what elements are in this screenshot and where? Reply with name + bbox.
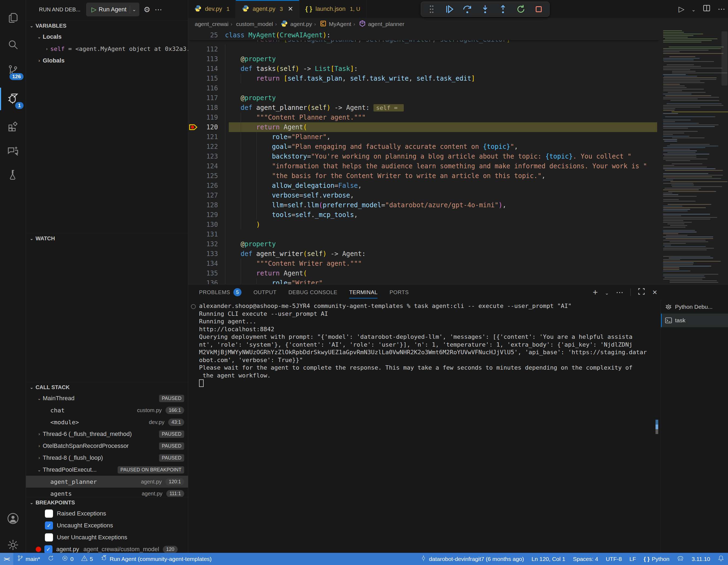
status-warning[interactable]: 5 xyxy=(77,553,97,565)
new-terminal-icon[interactable]: + xyxy=(593,288,598,298)
explorer-icon[interactable] xyxy=(0,5,26,31)
more-icon[interactable]: ⋯ xyxy=(616,288,623,297)
extensions-icon[interactable] xyxy=(0,113,26,139)
breakpoint-item-UncaughtExceptions[interactable]: ✓Uncaught Exceptions xyxy=(26,520,188,531)
tab-launch.json[interactable]: { }launch.json1, U xyxy=(299,0,366,18)
status-bell[interactable] xyxy=(714,553,728,565)
code-line-118[interactable]: 118def agent_planner(self) -> Agent:self… xyxy=(188,103,660,113)
status-error[interactable]: 0 xyxy=(58,553,77,565)
source-control-icon[interactable]: 126 xyxy=(0,57,26,83)
run-agent-button[interactable]: ▷ Run Agent ⌄ xyxy=(86,3,139,16)
chevron-down-icon[interactable]: ⌄ xyxy=(132,6,136,12)
code-line-130[interactable]: 130) xyxy=(188,220,660,229)
line-number[interactable]: 119 xyxy=(199,113,218,122)
line-number[interactable]: 121 xyxy=(199,132,218,142)
run-icon[interactable]: ▷ xyxy=(679,5,684,14)
drag-handle-button[interactable] xyxy=(424,3,439,15)
panel-tab-terminal[interactable]: TERMINAL xyxy=(349,285,378,300)
terminal-list-item-PythonDebu[interactable]: Python Debu... xyxy=(661,300,728,314)
call-stack-item-agents[interactable]: agentsagent.py111:1 xyxy=(26,488,188,497)
code-line-123[interactable]: 123backstory="You're working on planning… xyxy=(188,151,660,161)
line-number[interactable]: 126 xyxy=(199,181,218,190)
editor-scrollbar[interactable] xyxy=(722,31,727,85)
call-stack-item-chat[interactable]: chatcustom.py166:1 xyxy=(26,404,188,416)
step-into-button[interactable] xyxy=(477,3,493,15)
call-stack-item-Thread-6_flush_thread_method[interactable]: ›Thread-6 (_flush_thread_method)PAUSED xyxy=(26,428,188,440)
code-line-132[interactable]: 132@property xyxy=(188,239,660,249)
terminal-list-item-task[interactable]: task xyxy=(661,314,728,327)
code-line-117[interactable]: 117@property xyxy=(188,93,660,103)
run-and-debug-icon[interactable]: 1 xyxy=(0,86,26,112)
code-line-124[interactable]: 124"information that helps the audience … xyxy=(188,161,660,171)
checkbox[interactable]: ✓ xyxy=(44,545,52,553)
terminal-dropdown-icon[interactable]: ⌄ xyxy=(605,288,609,297)
line-number[interactable]: 133 xyxy=(199,249,218,259)
line-number[interactable]: 123 xyxy=(199,151,218,161)
account-icon[interactable] xyxy=(0,506,26,531)
line-number[interactable]: 114 xyxy=(199,64,218,74)
watch-section-header[interactable]: ⌄ WATCH xyxy=(26,233,188,243)
code-line-114[interactable]: 114def tasks(self) -> List[Task]: xyxy=(188,64,660,74)
minimap[interactable] xyxy=(660,30,728,284)
checkbox[interactable]: ✓ xyxy=(45,521,53,530)
status-commit[interactable]: datarobot-devinfragit7 (6 months ago) xyxy=(416,553,528,565)
line-number[interactable]: 115 xyxy=(199,74,218,83)
status-remote[interactable]: >< xyxy=(0,553,13,565)
call-stack-item-agent_planner[interactable]: agent_planneragent.py120:1 xyxy=(26,476,188,488)
line-number[interactable]: 131 xyxy=(199,229,218,239)
code-line-122[interactable]: 122goal="Plan engaging and factually acc… xyxy=(188,142,660,151)
testing-icon[interactable] xyxy=(0,162,26,187)
code-line-129[interactable]: 129tools=self._mcp_tools, xyxy=(188,210,660,220)
status-sync[interactable] xyxy=(44,553,58,565)
call-stack-item-module[interactable]: <module>dev.py43:1 xyxy=(26,416,188,428)
variables-section-header[interactable]: ⌄ VARIABLES xyxy=(26,21,188,31)
tab-dev.py[interactable]: dev.py1 xyxy=(188,0,236,18)
step-over-button[interactable] xyxy=(459,3,475,15)
close-icon[interactable]: ✕ xyxy=(288,5,293,13)
status-lf[interactable]: LF xyxy=(626,553,640,565)
panel-tab-debug-console[interactable]: DEBUG CONSOLE xyxy=(288,285,337,300)
status-branch[interactable]: main* xyxy=(13,553,44,565)
breakpoints-section-header[interactable]: ⌄ BREAKPOINTS xyxy=(26,497,188,507)
code-line-126[interactable]: 126allow_delegation=False, xyxy=(188,181,660,190)
line-number[interactable]: 112 xyxy=(199,44,218,54)
line-number[interactable]: 122 xyxy=(199,142,218,151)
continue-button[interactable] xyxy=(442,3,457,15)
code-line-125[interactable]: 125"the basis for the Content Writer to … xyxy=(188,171,660,181)
terminal-scrollbar[interactable] xyxy=(656,302,658,553)
breadcrumb-item-MyAgent[interactable]: MyAgent xyxy=(320,20,351,28)
search-icon[interactable] xyxy=(0,32,26,58)
code-line-136[interactable]: 136role="Writer" xyxy=(188,278,660,284)
split-editor-icon[interactable] xyxy=(703,4,711,14)
globals-group[interactable]: › Globals xyxy=(26,55,188,67)
line-number[interactable]: 129 xyxy=(199,210,218,220)
line-number[interactable]: 134 xyxy=(199,259,218,268)
terminal-output[interactable]: alexander.shoop@ashoop-me-5JYR4 communit… xyxy=(193,302,652,553)
line-number[interactable]: 128 xyxy=(199,200,218,210)
checkbox[interactable] xyxy=(45,510,53,518)
code-line-115[interactable]: 115return [self.task_plan, self.task_wri… xyxy=(188,74,660,83)
run-dropdown-icon[interactable]: ⌄ xyxy=(691,5,696,13)
line-number[interactable]: 113 xyxy=(199,54,218,64)
line-number[interactable]: 127 xyxy=(199,190,218,200)
status-braces[interactable]: { }Python xyxy=(640,553,673,565)
maximize-icon[interactable] xyxy=(638,288,645,297)
line-number[interactable]: 130 xyxy=(199,220,218,229)
code-line-128[interactable]: 128llm=self.llm(preferred_model="datarob… xyxy=(188,200,660,210)
chat-icon[interactable] xyxy=(0,138,26,164)
line-number[interactable]: 125 xyxy=(199,171,218,181)
code-line-134[interactable]: 134"""Content Writer agent.""" xyxy=(188,259,660,268)
code-line-112[interactable]: 112 xyxy=(188,44,660,54)
code-area[interactable]: 25class MyAgent(CrewAIAgent): return [se… xyxy=(188,30,660,284)
code-line-131[interactable]: 131 xyxy=(188,229,660,239)
call-stack-item-Thread-8_flush_loop[interactable]: ›Thread-8 (_flush_loop)PAUSED xyxy=(26,452,188,464)
stop-button[interactable] xyxy=(531,3,547,15)
line-number[interactable]: 117 xyxy=(199,93,218,103)
status-copilot[interactable] xyxy=(673,553,688,565)
close-icon[interactable]: × xyxy=(652,288,657,297)
line-number[interactable]: 118 xyxy=(199,103,218,113)
call-stack-section-header[interactable]: ⌄ CALL STACK xyxy=(26,382,188,392)
line-number[interactable]: 124 xyxy=(199,161,218,171)
checkbox[interactable] xyxy=(45,533,53,541)
code-line-119[interactable]: 119"""Content Planner agent.""" xyxy=(188,113,660,122)
